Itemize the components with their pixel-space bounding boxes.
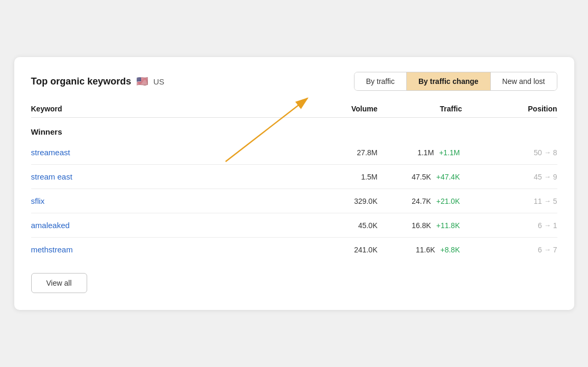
keyword-link[interactable]: sflix (31, 196, 314, 205)
table-header: Keyword Volume Traffic Position (31, 100, 557, 118)
keyword-link[interactable]: stream east (31, 172, 314, 181)
tab-new-and-lost[interactable]: New and lost (491, 72, 557, 90)
tab-group: By traffic By traffic change New and los… (354, 72, 557, 91)
traffic-change-value: +47.4K (436, 173, 460, 181)
volume-value: 1.5M (314, 173, 378, 181)
col-header-traffic: Traffic (378, 105, 462, 113)
volume-value: 45.0K (314, 221, 378, 230)
table-row: methstream 241.0K 11.6K +8.8K 6 → 7 (31, 238, 557, 261)
table-row: streameast 27.8M 1.1M +1.1M 50 → 8 (31, 140, 557, 165)
card-title: Top organic keywords (31, 76, 132, 87)
col-header-keyword: Keyword (31, 105, 314, 113)
position-value: 11 → 5 (462, 197, 557, 205)
tab-by-traffic-change[interactable]: By traffic change (407, 72, 491, 90)
volume-value: 27.8M (314, 148, 378, 157)
col-header-position: Position (462, 105, 557, 113)
traffic-value: 11.6K +8.8K (378, 246, 462, 254)
position-value: 50 → 8 (462, 148, 557, 157)
tab-by-traffic[interactable]: By traffic (354, 72, 407, 90)
title-area: Top organic keywords 🇺🇸 US (31, 76, 165, 87)
country-label: US (153, 77, 164, 86)
volume-value: 329.0K (314, 197, 378, 205)
position-value: 6 → 1 (462, 221, 557, 230)
position-value: 6 → 7 (462, 246, 557, 254)
table-row: amaleaked 45.0K 16.8K +11.8K 6 → 1 (31, 213, 557, 238)
volume-value: 241.0K (314, 246, 378, 254)
keyword-link[interactable]: amaleaked (31, 221, 314, 230)
keyword-link[interactable]: methstream (31, 245, 314, 254)
card-header: Top organic keywords 🇺🇸 US By traffic By… (31, 72, 557, 91)
traffic-value: 16.8K +11.8K (378, 221, 462, 230)
traffic-change-value: +1.1M (439, 148, 460, 157)
traffic-change-value: +11.8K (436, 221, 460, 230)
traffic-change-value: +8.8K (441, 246, 460, 254)
traffic-change-value: +21.0K (436, 197, 460, 205)
traffic-value: 1.1M +1.1M (378, 148, 462, 157)
table-row: stream east 1.5M 47.5K +47.4K 45 → 9 (31, 165, 557, 189)
keyword-link[interactable]: streameast (31, 148, 314, 157)
position-value: 45 → 9 (462, 173, 557, 181)
view-all-button[interactable]: View all (31, 273, 87, 293)
table-row: sflix 329.0K 24.7K +21.0K 11 → 5 (31, 189, 557, 213)
traffic-value: 24.7K +21.0K (378, 197, 462, 205)
top-organic-keywords-card: Top organic keywords 🇺🇸 US By traffic By… (14, 57, 574, 310)
traffic-value: 47.5K +47.4K (378, 173, 462, 181)
flag-icon: 🇺🇸 (136, 76, 148, 87)
section-winners-label: Winners (31, 118, 557, 140)
col-header-volume: Volume (314, 105, 378, 113)
